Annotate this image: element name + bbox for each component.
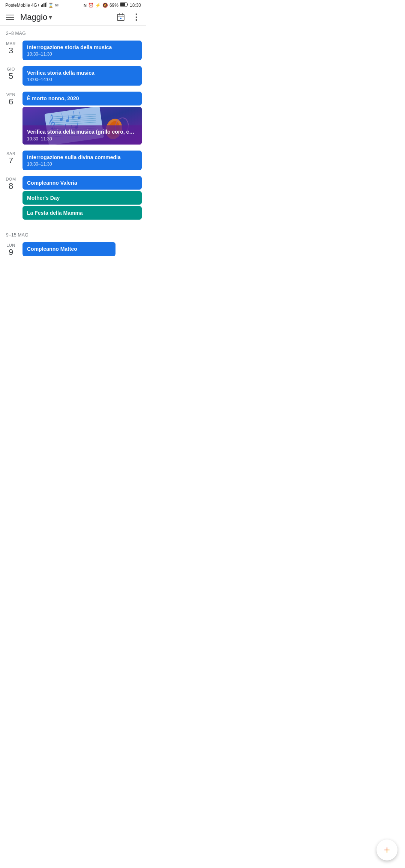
- event-title: Compleanno Matteo: [27, 246, 111, 252]
- event-time: 10:30–11:30: [27, 161, 137, 167]
- svg-rect-6: [127, 4, 128, 6]
- hamburger-menu[interactable]: [6, 15, 14, 20]
- event-title: Verifica storia della musica: [27, 69, 137, 76]
- event-interrogazione-storia[interactable]: Interrogazione storia della musica 10:30…: [22, 41, 142, 60]
- battery-label: 69%: [110, 3, 118, 8]
- event-title: È morto nonno, 2020: [27, 95, 137, 102]
- music-event-text-overlay: Verifica storia della musica (grillo cor…: [22, 125, 142, 144]
- event-morto-nonno[interactable]: È morto nonno, 2020: [22, 92, 142, 105]
- more-options-button[interactable]: ⋮: [132, 12, 140, 22]
- hamburger-line2: [6, 17, 14, 18]
- event-verifica-storia[interactable]: Verifica storia della musica 13:00–14:00: [22, 66, 142, 86]
- month-title-area[interactable]: Maggio ▾: [20, 12, 116, 22]
- day-name-mar3: MAR: [6, 41, 16, 46]
- day-row-mar3: MAR 3 Interrogazione storia della musica…: [0, 39, 146, 62]
- day-name-ven6: VEN: [6, 92, 15, 97]
- day-row-dom8: DOM 8 Compleanno Valeria Mother's Day La…: [0, 175, 146, 222]
- event-interrogazione-divina[interactable]: Interrogazione sulla divina commedia 10:…: [22, 151, 142, 170]
- mute-icon: 🔕: [102, 3, 108, 8]
- day-name-dom8: DOM: [6, 177, 16, 181]
- event-time: 13:00–14:00: [27, 77, 137, 82]
- svg-rect-8: [117, 14, 124, 21]
- event-compleanno-matteo[interactable]: Compleanno Matteo: [22, 242, 116, 256]
- event-title: La Festa della Mamma: [27, 209, 137, 216]
- carrier-label: PosteMobile: [5, 3, 30, 8]
- event-verifica-grillo-coro[interactable]: 𝄞: [22, 107, 142, 145]
- day-row-lun9: LUN 9 Compleanno Matteo: [0, 241, 146, 259]
- event-title: Interrogazione storia della musica: [27, 44, 137, 51]
- day-number-lun9: 9: [9, 247, 13, 257]
- day-label-lun9: LUN 9: [3, 242, 19, 257]
- time-label: 18:30: [130, 3, 141, 8]
- bluetooth-icon: ⚡: [95, 3, 101, 8]
- day-name-sab7: SAB: [6, 151, 15, 156]
- event-time-music: 10:30–11:30: [27, 136, 137, 142]
- day-number-sab7: 7: [9, 156, 13, 166]
- signal-label: 4G+: [31, 3, 40, 8]
- hamburger-line1: [6, 15, 14, 15]
- svg-rect-3: [45, 3, 46, 7]
- events-col-lun9: Compleanno Matteo: [22, 242, 142, 256]
- day-label-sab7: SAB 7: [3, 151, 19, 166]
- hourglass-icon: ⌛: [48, 3, 54, 8]
- event-compleanno-valeria[interactable]: Compleanno Valeria: [22, 176, 142, 190]
- day-number-gio5: 5: [9, 71, 13, 81]
- month-title: Maggio: [20, 12, 47, 22]
- day-label-gio5: GIO 5: [3, 66, 19, 81]
- svg-rect-4: [46, 2, 47, 7]
- events-col-gio5: Verifica storia della musica 13:00–14:00: [22, 66, 142, 86]
- alarm-icon: ⏰: [88, 3, 94, 8]
- events-col-dom8: Compleanno Valeria Mother's Day La Festa…: [22, 176, 142, 220]
- app-bar-icons: ⋮: [116, 12, 140, 22]
- battery-icon: [120, 2, 128, 8]
- event-festa-della-mamma[interactable]: La Festa della Mamma: [22, 206, 142, 220]
- day-label-mar3: MAR 3: [3, 41, 19, 56]
- today-calendar-button[interactable]: [116, 13, 125, 22]
- nfc-icon: N: [84, 3, 87, 8]
- calendar-content: 2–8 MAG MAR 3 Interrogazione storia dell…: [0, 26, 146, 289]
- mail-icon: ✉: [55, 3, 58, 8]
- day-number-ven6: 6: [9, 97, 13, 107]
- day-number-dom8: 8: [9, 181, 13, 191]
- day-name-lun9: LUN: [6, 243, 15, 247]
- status-left: PosteMobile 4G+ ⌛ ✉: [5, 2, 58, 8]
- status-bar: PosteMobile 4G+ ⌛ ✉ N ⏰ ⚡ 🔕 69% 18:30: [0, 0, 146, 9]
- svg-rect-1: [42, 4, 44, 7]
- event-mothers-day[interactable]: Mother's Day: [22, 191, 142, 205]
- status-right: N ⏰ ⚡ 🔕 69% 18:30: [84, 2, 141, 8]
- events-col-mar3: Interrogazione storia della musica 10:30…: [22, 41, 142, 60]
- event-title: Compleanno Valeria: [27, 179, 137, 186]
- day-row-sab7: SAB 7 Interrogazione sulla divina commed…: [0, 149, 146, 172]
- event-title-music: Verifica storia della musica (grillo cor…: [27, 128, 137, 135]
- svg-rect-2: [44, 3, 45, 7]
- svg-point-12: [120, 18, 122, 19]
- day-name-gio5: GIO: [7, 67, 15, 71]
- signal-icon: [41, 2, 47, 8]
- day-number-mar3: 3: [9, 46, 13, 56]
- day-label-ven6: VEN 6: [3, 92, 19, 107]
- day-label-dom8: DOM 8: [3, 176, 19, 191]
- week-separator-2: 9–15 MAG: [0, 227, 146, 241]
- event-title: Interrogazione sulla divina commedia: [27, 154, 137, 161]
- app-bar: Maggio ▾ ⋮: [0, 9, 146, 26]
- events-col-sab7: Interrogazione sulla divina commedia 10:…: [22, 151, 142, 170]
- week-separator-1: 2–8 MAG: [0, 26, 146, 39]
- month-dropdown-chevron: ▾: [49, 13, 52, 21]
- events-col-ven6: È morto nonno, 2020: [22, 92, 142, 144]
- svg-rect-7: [120, 3, 125, 6]
- event-time: 10:30–11:30: [27, 51, 137, 57]
- event-title: Mother's Day: [27, 194, 137, 201]
- day-row-ven6: VEN 6 È morto nonno, 2020: [0, 90, 146, 146]
- svg-rect-0: [41, 5, 42, 7]
- day-row-gio5: GIO 5 Verifica storia della musica 13:00…: [0, 65, 146, 87]
- hamburger-line3: [6, 19, 14, 20]
